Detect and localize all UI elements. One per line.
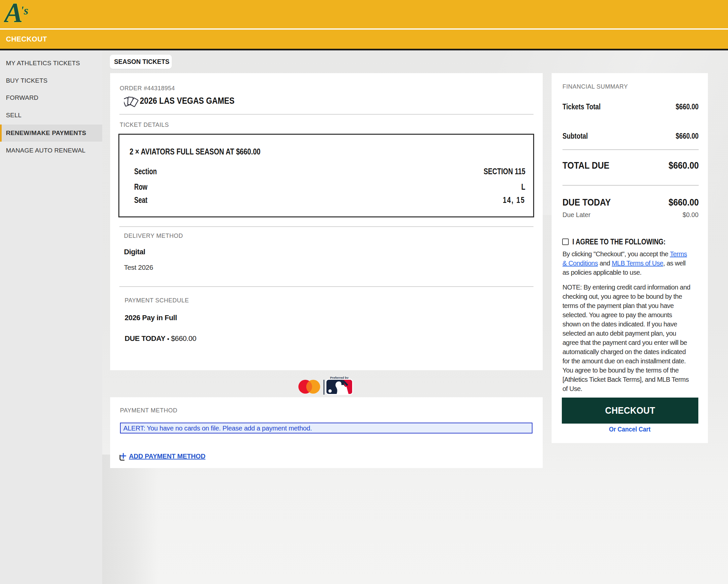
- svg-text:'s: 's: [21, 4, 28, 17]
- svg-text:A: A: [4, 0, 23, 28]
